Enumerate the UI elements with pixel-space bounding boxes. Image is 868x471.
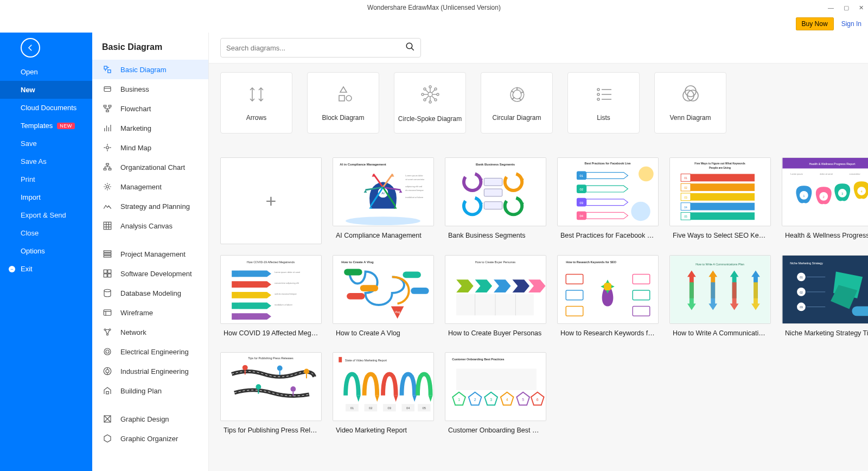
category-industrial-engineering[interactable]: Industrial Engineering xyxy=(92,361,208,381)
template-thumb: Bank Business Segments xyxy=(445,157,546,226)
back-button[interactable] xyxy=(21,38,40,58)
category-basic-diagram[interactable]: Basic Diagram xyxy=(92,60,208,79)
close-icon[interactable]: ✕ xyxy=(859,4,864,11)
svg-line-49 xyxy=(411,48,414,50)
template-card[interactable]: How to Research Keywords for SEOHow to R… xyxy=(557,255,659,341)
svg-rect-22 xyxy=(104,222,111,230)
search-icon[interactable] xyxy=(405,42,415,54)
file-menu-save-as[interactable]: Save As xyxy=(0,152,92,170)
template-card[interactable]: Best Practices for Facebook Live01020304… xyxy=(557,157,659,244)
svg-point-212 xyxy=(242,365,248,371)
category-icon xyxy=(102,307,113,318)
svg-point-57 xyxy=(429,101,431,103)
category-wireframe[interactable]: Wireframe xyxy=(92,303,208,322)
svg-point-21 xyxy=(106,186,109,188)
subtype-block-diagram[interactable]: Block Diagram xyxy=(307,72,379,133)
svg-text:AI: AI xyxy=(381,192,385,195)
template-card[interactable]: Bank Business SegmentsBank Business Segm… xyxy=(445,157,546,244)
svg-rect-113 xyxy=(484,189,502,196)
template-card[interactable]: Five Ways to Figure out What KeywordsPeo… xyxy=(669,157,771,244)
template-card[interactable]: State of Video Marketing Report010203040… xyxy=(333,352,434,438)
sign-in-link[interactable]: Sign In xyxy=(841,20,861,28)
template-label: Bank Business Segments xyxy=(445,226,546,244)
template-card[interactable]: Customer Onboarding Best Practices123456… xyxy=(445,352,546,438)
svg-text:Lorem ipsum dolor: Lorem ipsum dolor xyxy=(405,174,423,177)
category-network[interactable]: Network xyxy=(92,322,208,342)
svg-text:How to Research Keywords for S: How to Research Keywords for SEO xyxy=(566,260,616,264)
category-mind-map[interactable]: Mind Map xyxy=(92,138,208,157)
svg-point-215 xyxy=(256,384,261,390)
category-graphic-design[interactable]: Graphic Design xyxy=(92,409,208,429)
template-blank[interactable]: + xyxy=(220,157,322,244)
category-icon xyxy=(102,220,113,231)
category-marketing[interactable]: Marketing xyxy=(92,118,208,138)
category-software-development[interactable]: Software Development xyxy=(92,264,208,283)
template-card[interactable]: Health & Wellness Progress Report1234Lor… xyxy=(782,157,868,244)
buy-now-button[interactable]: Buy Now xyxy=(796,17,834,30)
subtype-lists[interactable]: Lists xyxy=(567,72,640,133)
svg-rect-176 xyxy=(411,288,429,294)
search-row xyxy=(209,33,868,63)
file-menu-import[interactable]: Import xyxy=(0,188,92,206)
subtype-circle-spoke-diagram[interactable]: Circle-Spoke Diagram xyxy=(394,72,466,133)
category-database-modeling[interactable]: Database Modeling xyxy=(92,283,208,303)
category-graphic-organizer[interactable]: Graphic Organizer xyxy=(92,429,208,448)
svg-line-67 xyxy=(432,90,435,93)
svg-point-56 xyxy=(429,86,431,88)
category-organizational-chart[interactable]: Organizational Chart xyxy=(92,157,208,177)
category-electrical-engineering[interactable]: Electrical Engineering xyxy=(92,342,208,361)
svg-rect-7 xyxy=(108,105,111,107)
search-input[interactable] xyxy=(226,44,405,52)
arrow-left-icon xyxy=(25,43,35,53)
svg-text:How to Create Buyer Personas: How to Create Buyer Personas xyxy=(475,260,516,264)
file-menu-options[interactable]: Options xyxy=(0,242,92,260)
file-menu-exit[interactable]: −Exit xyxy=(0,260,92,278)
category-building-plan[interactable]: Building Plan xyxy=(92,381,208,400)
svg-rect-114 xyxy=(484,202,502,209)
category-strategy-and-planning[interactable]: Strategy and Planning xyxy=(92,196,208,216)
subtype-circular-diagram[interactable]: Circular Diagram xyxy=(481,72,553,133)
template-card[interactable]: Niche Marketing Strategy010203Niche Mark… xyxy=(782,255,868,341)
file-menu-cloud-documents[interactable]: Cloud Documents xyxy=(0,99,92,117)
template-card[interactable]: AI in Compliance ManagementAILorem ipsum… xyxy=(333,157,434,244)
search-box[interactable] xyxy=(220,38,421,58)
category-label: Project Management xyxy=(120,250,186,258)
file-menu-templates[interactable]: TemplatesNEW xyxy=(0,117,92,135)
category-analysis-canvas[interactable]: Analysis Canvas xyxy=(92,216,208,236)
svg-point-216 xyxy=(290,386,296,392)
template-card[interactable]: How to Create Buyer PersonasHow to Creat… xyxy=(445,255,546,341)
template-card[interactable]: How COVID-19 Affected MegatrendsLorem ip… xyxy=(220,255,322,341)
template-thumb: How to Create Buyer Personas xyxy=(445,255,546,324)
category-management[interactable]: Management xyxy=(92,177,208,196)
subtype-label: Block Diagram xyxy=(322,114,364,122)
svg-rect-51 xyxy=(339,96,344,101)
category-business[interactable]: Business xyxy=(92,79,208,99)
svg-rect-35 xyxy=(104,310,111,316)
subtype-arrows[interactable]: Arrows xyxy=(220,72,292,133)
file-menu-new[interactable]: New xyxy=(0,81,92,99)
file-menu-close[interactable]: Close xyxy=(0,224,92,242)
category-flowchart[interactable]: Flowchart xyxy=(92,99,208,118)
svg-text:6: 6 xyxy=(537,398,539,402)
subtype-venn-diagram[interactable]: Venn Diagram xyxy=(654,72,726,133)
svg-text:consectetur: consectetur xyxy=(850,173,861,175)
template-card[interactable]: How to Create A VlogVlogHow to Create A … xyxy=(333,255,434,341)
file-menu-print[interactable]: Print xyxy=(0,170,92,188)
svg-point-41 xyxy=(104,348,111,355)
file-menu-label: Open xyxy=(21,68,38,76)
template-card[interactable]: How to Write A Communications PlanHow to… xyxy=(669,255,771,341)
titlebar: Wondershare EdrawMax (Unlicensed Version… xyxy=(0,0,868,15)
svg-rect-175 xyxy=(403,272,420,278)
svg-rect-31 xyxy=(108,270,111,273)
category-project-management[interactable]: Project Management xyxy=(92,244,208,264)
svg-point-213 xyxy=(277,366,283,371)
maximize-icon[interactable]: ▢ xyxy=(844,4,849,11)
file-menu-save[interactable]: Save xyxy=(0,135,92,152)
template-thumb: How to Create A VlogVlog xyxy=(333,255,434,324)
template-card[interactable]: Tips for Publishing Press ReleasesTips f… xyxy=(220,352,322,438)
svg-rect-144 xyxy=(691,212,755,220)
file-menu-open[interactable]: Open xyxy=(0,63,92,81)
minimize-icon[interactable]: — xyxy=(828,4,834,11)
category-icon xyxy=(102,181,113,192)
file-menu-export-send[interactable]: Export & Send xyxy=(0,206,92,224)
